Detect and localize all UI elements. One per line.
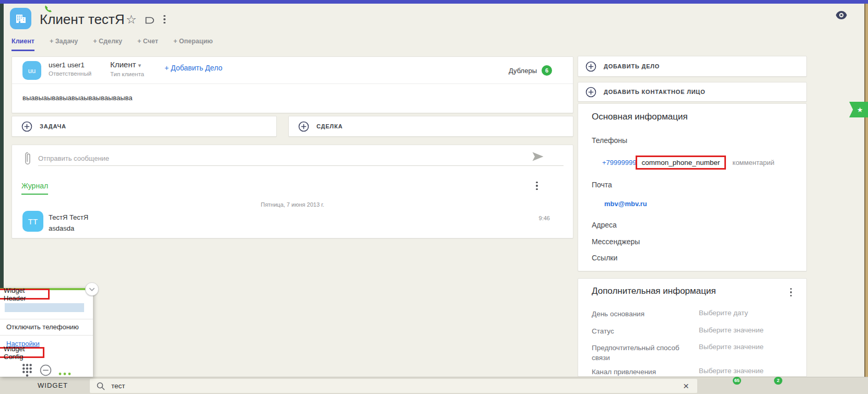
main-info-title: Основная информация [592, 112, 688, 122]
duplicates-count-badge: 6 [542, 65, 552, 76]
phone-type-annotation-box[interactable]: common_phone_number [636, 156, 725, 170]
phone-row: +79999999 common_phone_number комментари… [602, 156, 775, 170]
widget-collapse-button[interactable] [85, 282, 99, 296]
widget-header-annotation-box: Widget Header [0, 289, 50, 300]
right-edge-strip [864, 4, 868, 394]
plus-circle-icon [585, 61, 596, 72]
client-info-row: uu user1 user1 Ответственный Клиент ▾ Ти… [12, 57, 573, 84]
entity-tabs: Клиент + Задачу + Сделку + Счет + Операц… [11, 38, 213, 51]
add-deal-label: СДЕЛКА [316, 123, 343, 129]
feed-more-icon[interactable] [536, 181, 538, 191]
divider [0, 319, 93, 319]
plus-circle-icon [585, 87, 596, 98]
widget-config-label: Widget Config [4, 345, 43, 361]
widget-bar-label[interactable]: WIDGET [38, 381, 68, 389]
field-value-picker[interactable]: Выберите значение [699, 326, 764, 334]
search-icon [97, 382, 105, 390]
star-icon: ★ [857, 106, 863, 114]
add-task-card[interactable]: ЗАДАЧА [11, 116, 277, 137]
add-case-button[interactable]: ДОБАВИТЬ ДЕЛО [578, 56, 807, 77]
links-label: Ссылки [592, 254, 617, 262]
duplicates-label: Дублеры [509, 67, 537, 75]
field-value-picker[interactable]: Выберите значение [699, 343, 764, 351]
addresses-label: Адреса [592, 221, 617, 229]
extra-info-card: Дополнительная информация День основания… [578, 278, 807, 377]
building-icon [15, 13, 27, 25]
widget-input-field[interactable] [5, 303, 84, 312]
field-value-picker[interactable]: Выберите значение [699, 367, 764, 375]
responsible-avatar: uu [22, 61, 41, 80]
messages-count-badge: 2 [774, 377, 782, 385]
message-text: asdasda [49, 224, 74, 232]
tab-add-operation[interactable]: + Операцию [173, 38, 213, 51]
notifications-count-badge: 65 [733, 377, 741, 385]
duplicates-control[interactable]: Дублеры 6 [509, 65, 552, 76]
extra-info-title: Дополнительная информация [592, 286, 716, 296]
top-accent-bar [0, 0, 868, 4]
message-author-name: ТестЯ ТестЯ [49, 213, 88, 221]
client-type-dropdown[interactable]: Клиент ▾ [110, 60, 141, 69]
attach-paperclip-icon[interactable] [24, 151, 32, 168]
phone-number-link[interactable]: +79999999 [602, 159, 636, 166]
main-info-card: Основная информация Телефоны +79999999 c… [578, 103, 807, 271]
menu-item-disable-telephony[interactable]: Отключить телефонию [6, 323, 79, 331]
plus-circle-icon [298, 121, 309, 132]
field-label: Статус [592, 326, 694, 336]
tab-add-deal[interactable]: + Сделку [93, 38, 122, 51]
client-note-text: выавыаывавыавыаываываываыва [22, 94, 133, 102]
watch-eye-icon[interactable] [836, 11, 847, 21]
widget-config-annotation-box: Widget Config [0, 347, 44, 358]
message-time: 9:46 [539, 215, 550, 221]
add-task-label: ЗАДАЧА [40, 123, 66, 129]
phone-comment-placeholder[interactable]: комментарий [733, 159, 775, 166]
tag-icon[interactable] [145, 16, 155, 27]
add-contact-button-label: ДОБАВИТЬ КОНТАКТНОЕ ЛИЦО [604, 89, 706, 95]
phones-label: Телефоны [592, 136, 627, 145]
minimize-icon[interactable] [40, 364, 52, 378]
dialpad-icon[interactable] [22, 363, 32, 379]
add-case-link[interactable]: + Добавить Дело [165, 64, 222, 72]
chevron-down-icon [86, 282, 98, 296]
favorite-star-icon[interactable]: ☆ [126, 13, 137, 27]
add-deal-card[interactable]: СДЕЛКА [288, 116, 573, 137]
tab-journal[interactable]: Журнал [21, 182, 48, 195]
search-input[interactable] [111, 382, 683, 390]
email-link[interactable]: mbv@mbv.ru [604, 200, 647, 208]
tab-add-task[interactable]: + Задачу [50, 38, 78, 51]
plus-circle-icon [21, 121, 32, 132]
global-search: × [90, 379, 697, 393]
client-info-card: uu user1 user1 Ответственный Клиент ▾ Ти… [11, 56, 573, 113]
client-entity-icon [10, 8, 31, 29]
message-input[interactable] [38, 151, 564, 166]
message-author-avatar: ТТ [22, 211, 43, 232]
search-clear-icon[interactable]: × [683, 381, 689, 391]
divider [0, 335, 93, 336]
add-contact-button[interactable]: ДОБАВИТЬ КОНТАКТНОЕ ЛИЦО [578, 82, 807, 102]
bookmark-ribbon-star[interactable]: ★ [849, 102, 868, 117]
add-case-button-label: ДОБАВИТЬ ДЕЛО [604, 63, 660, 69]
more-menu-icon[interactable] [163, 14, 166, 25]
responsible-role-label: Ответственный [49, 70, 91, 77]
send-message-icon[interactable] [532, 151, 544, 164]
field-value-picker[interactable]: Выберите дату [699, 309, 748, 317]
chevron-down-icon: ▾ [138, 62, 142, 68]
field-label: Предпочтительный способ связи [592, 343, 694, 363]
tab-client[interactable]: Клиент [11, 38, 34, 51]
field-label: Канал привлечения [592, 367, 694, 377]
tab-add-invoice[interactable]: + Счет [137, 38, 158, 51]
field-label: День основания [592, 309, 694, 319]
extra-info-more-icon[interactable] [790, 287, 792, 297]
client-type-label: Тип клиента [110, 71, 144, 77]
messengers-label: Мессенджеры [592, 237, 640, 246]
feed-card: Журнал Пятница, 7 июня 2013 г. ТТ ТестЯ … [11, 145, 573, 238]
email-label: Почта [592, 181, 612, 189]
responsible-name: user1 user1 [49, 61, 85, 69]
more-options-icon[interactable] [58, 368, 71, 378]
widget-header-label: Widget Header [4, 286, 48, 302]
feed-date-divider: Пятница, 7 июня 2013 г. [12, 201, 573, 208]
widget-phone-icon[interactable] [44, 5, 54, 17]
